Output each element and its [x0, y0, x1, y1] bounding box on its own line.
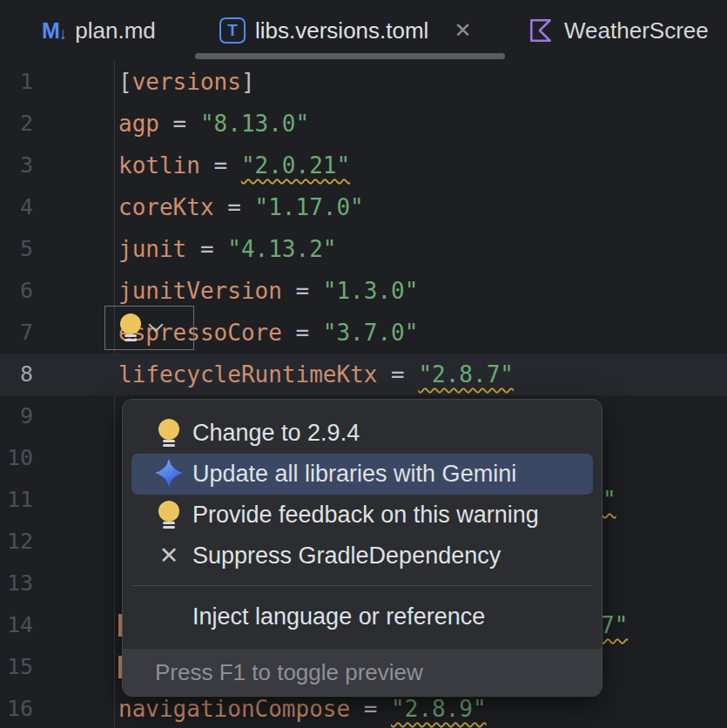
- suppress-icon: ✕: [159, 544, 179, 568]
- line-number: 5: [0, 228, 33, 270]
- intention-bulb-widget[interactable]: [104, 306, 194, 350]
- popup-item-icon: [154, 419, 184, 448]
- tab-weatherscreen[interactable]: WeatherScree: [527, 0, 727, 61]
- code-text: [33, 437, 118, 479]
- code-text: [33, 395, 118, 437]
- code-text: [33, 479, 118, 521]
- tab-label: plan.md: [75, 17, 156, 44]
- code-text: [33, 521, 118, 563]
- editor-tab-bar: M↓ plan.md T libs.versions.toml ✕ Weathe…: [0, 0, 727, 61]
- code-text: junit = "4.13.2": [33, 228, 336, 270]
- line-number: 3: [0, 145, 33, 186]
- code-text: kotlin = "2.0.21": [33, 145, 350, 186]
- code-text: [33, 563, 118, 604]
- line-number: 6: [0, 270, 33, 312]
- code-text: [33, 646, 118, 688]
- code-text: agp = "8.13.0": [33, 103, 309, 145]
- line-number: 8: [0, 354, 33, 395]
- code-fragment: 7": [601, 604, 628, 646]
- code-line-3[interactable]: 3kotlin = "2.0.21": [0, 145, 727, 186]
- kotlin-icon: [527, 17, 555, 44]
- code-text: [versions]: [33, 61, 255, 103]
- active-tab-underline: [195, 53, 505, 59]
- popup-item-provide-feedback-on-this-warning[interactable]: Provide feedback on this warning: [131, 495, 593, 536]
- popup-item-icon: [154, 501, 184, 530]
- popup-item-label: Update all libraries with Gemini: [192, 461, 516, 488]
- code-text: lifecycleRuntimeKtx = "2.8.7": [33, 354, 514, 395]
- popup-item-list: Change to 2.9.4Update all libraries with…: [123, 413, 602, 637]
- line-number: 10: [0, 437, 33, 479]
- popup-item-icon: [154, 458, 184, 491]
- popup-item-inject-language-or-reference[interactable]: Inject language or reference: [131, 597, 593, 637]
- line-number: 9: [0, 395, 33, 437]
- lightbulb-icon: [158, 419, 180, 448]
- toml-icon: T: [219, 17, 246, 44]
- line-number: 15: [0, 646, 33, 688]
- code-text: [33, 604, 118, 646]
- line-number: 7: [0, 312, 33, 354]
- code-line-8[interactable]: 8lifecycleRuntimeKtx = "2.8.7": [0, 354, 727, 395]
- code-fragment: ": [602, 479, 616, 521]
- code-line-1[interactable]: 1[versions]: [0, 61, 727, 103]
- line-number: 13: [0, 563, 33, 604]
- popup-divider: [131, 585, 593, 586]
- line-number: 16: [0, 688, 33, 728]
- popup-item-label: Change to 2.9.4: [192, 420, 360, 447]
- popup-item-update-all-libraries-with-gemini[interactable]: Update all libraries with Gemini: [131, 454, 593, 495]
- popup-item-label: Provide feedback on this warning: [192, 502, 539, 529]
- tab-plan-md[interactable]: M↓ plan.md: [17, 0, 195, 61]
- popup-item-icon: ✕: [154, 544, 184, 568]
- popup-item-label: Suppress GradleDependency: [192, 543, 501, 570]
- code-text: junitVersion = "1.3.0": [33, 270, 418, 312]
- popup-item-suppress-gradledependency[interactable]: ✕Suppress GradleDependency: [131, 536, 593, 576]
- lightbulb-icon: [119, 313, 142, 343]
- code-line-5[interactable]: 5junit = "4.13.2": [0, 228, 727, 270]
- line-number: 1: [0, 61, 33, 103]
- popup-footer-hint: Press F1 to toggle preview: [123, 649, 602, 696]
- tab-label: libs.versions.toml: [255, 17, 428, 44]
- lightbulb-icon: [158, 501, 180, 530]
- chevron-down-icon: [149, 317, 164, 332]
- code-line-4[interactable]: 4coreKtx = "1.17.0": [0, 186, 727, 228]
- popup-item-label: Inject language or reference: [192, 603, 485, 630]
- line-number: 11: [0, 479, 33, 521]
- code-text: espressoCore = "3.7.0": [33, 312, 418, 354]
- markdown-icon: M↓: [42, 20, 67, 42]
- code-line-2[interactable]: 2agp = "8.13.0": [0, 103, 727, 145]
- tab-label: WeatherScree: [564, 17, 709, 44]
- tab-libs-versions-toml[interactable]: T libs.versions.toml ✕: [195, 0, 505, 61]
- popup-item-change-to-2-9-4[interactable]: Change to 2.9.4: [131, 413, 593, 454]
- line-number: 2: [0, 103, 33, 145]
- line-number: 4: [0, 186, 33, 228]
- code-text: coreKtx = "1.17.0": [33, 186, 364, 228]
- gemini-sparkle-icon: [154, 458, 184, 491]
- line-number: 14: [0, 604, 33, 646]
- line-number: 12: [0, 521, 33, 563]
- intention-popup: Change to 2.9.4Update all libraries with…: [122, 399, 602, 697]
- close-tab-icon[interactable]: ✕: [454, 20, 471, 41]
